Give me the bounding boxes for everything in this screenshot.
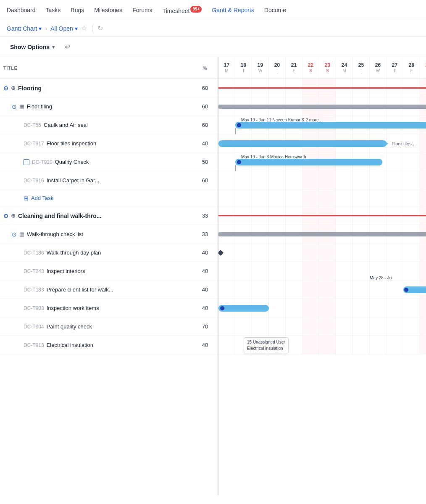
gantt-cell xyxy=(252,336,269,354)
add-task-button[interactable]: ⊞ Add Task xyxy=(0,190,218,207)
nav-bugs[interactable]: Bugs xyxy=(71,5,84,15)
row-percent: 60 xyxy=(192,122,218,128)
gantt-cell xyxy=(302,190,319,206)
gantt-cell xyxy=(319,153,336,171)
gantt-cell xyxy=(302,116,319,134)
gantt-cell xyxy=(387,281,403,299)
nav-documents[interactable]: Docume xyxy=(264,5,286,15)
task-name: Walk-through day plan xyxy=(47,249,101,256)
gantt-row xyxy=(218,97,426,116)
gantt-date-col: 25T xyxy=(353,57,370,79)
gantt-cell xyxy=(370,190,387,206)
task-group-icon: ▦ xyxy=(19,103,24,110)
nav-milestones[interactable]: Milestones xyxy=(94,5,122,15)
star-icon[interactable]: ☆ xyxy=(81,24,87,32)
gantt-cell xyxy=(286,318,302,336)
table-header: TITLE % xyxy=(0,57,218,79)
nav-tasks[interactable]: Tasks xyxy=(46,5,61,15)
gantt-cell xyxy=(336,225,353,243)
row-title-dc-t910: − DC-T910 Quality Check xyxy=(0,159,192,165)
gantt-cell xyxy=(218,116,235,134)
gantt-cell xyxy=(387,318,403,336)
gantt-cell xyxy=(252,116,269,134)
gantt-cell xyxy=(302,318,319,336)
gantt-cell xyxy=(269,225,286,243)
gantt-cell xyxy=(218,262,235,280)
gantt-date-col: 20T xyxy=(269,57,286,79)
gantt-cell xyxy=(286,281,302,299)
undo-button[interactable]: ↩ xyxy=(63,41,72,52)
gantt-cell xyxy=(252,134,269,152)
row-percent: 40 xyxy=(192,140,218,147)
gantt-cell xyxy=(420,116,426,134)
gantt-cell xyxy=(319,318,336,336)
gantt-row: May 19 - Jun 11 Naveen Kumar & 2 more.. xyxy=(218,116,426,134)
gantt-cell xyxy=(252,299,269,317)
breadcrumb-all-open[interactable]: All Open ▾ xyxy=(50,25,78,32)
task-name: Quality Check xyxy=(55,159,89,165)
gantt-cell xyxy=(403,171,420,189)
gantt-cell xyxy=(370,225,387,243)
gantt-cell xyxy=(319,190,336,206)
breadcrumb-divider xyxy=(92,25,92,32)
nav-timesheet[interactable]: Timesheet99+ xyxy=(163,4,202,16)
gantt-cell xyxy=(370,336,387,354)
gantt-cell xyxy=(403,225,420,243)
nav-forums[interactable]: Forums xyxy=(132,5,152,15)
gantt-cell xyxy=(252,318,269,336)
gantt-cell xyxy=(353,171,370,189)
gantt-row xyxy=(218,299,426,318)
gantt-cell xyxy=(218,207,235,225)
gantt-cell xyxy=(353,97,370,116)
gantt-cell xyxy=(269,244,286,262)
nav-dashboard[interactable]: Dashboard xyxy=(7,5,36,15)
gantt-cell xyxy=(336,318,353,336)
collapse-icon[interactable]: ⊙ xyxy=(12,103,17,110)
gantt-cell xyxy=(286,97,302,116)
gantt-cell xyxy=(420,299,426,317)
column-title: TITLE xyxy=(0,66,192,71)
row-title-floor-tiling: ⊙ ▦ Floor tiling xyxy=(0,103,192,110)
breadcrumb-gantt-chart[interactable]: Gantt Chart ▾ xyxy=(7,25,42,32)
row-title-dc-t186: DC-T186 Walk-through day plan xyxy=(0,249,192,256)
toolbar: Show Options ▾ ↩ xyxy=(0,37,426,57)
table-row: DC-T904 Paint quality check 70 xyxy=(0,318,218,336)
gantt-cell xyxy=(286,171,302,189)
gantt-cell xyxy=(353,207,370,225)
gantt-cell xyxy=(387,336,403,354)
gantt-cell xyxy=(403,318,420,336)
gantt-cell xyxy=(403,97,420,116)
task-name: Cleaning and final walk-thro... xyxy=(18,213,101,219)
gantt-cell xyxy=(286,190,302,206)
gantt-cell xyxy=(235,207,252,225)
row-title-dc-t917: DC-T917 Floor tiles inspection xyxy=(0,140,192,147)
nav-gantt[interactable]: Gantt & Reports xyxy=(212,5,254,15)
gantt-cell xyxy=(218,318,235,336)
gantt-cell xyxy=(302,134,319,152)
gantt-date-col: 21F xyxy=(286,57,302,79)
task-id: DC-T55 xyxy=(24,122,41,128)
gantt-cell xyxy=(319,207,336,225)
gantt-cell xyxy=(370,153,387,171)
collapse-icon[interactable]: ⊙ xyxy=(3,213,8,219)
gantt-cell xyxy=(420,262,426,280)
gantt-cell xyxy=(302,299,319,317)
gantt-cell xyxy=(235,97,252,116)
collapse-icon[interactable]: ⊙ xyxy=(12,231,17,238)
gantt-cell xyxy=(319,171,336,189)
gantt-cell xyxy=(218,97,235,116)
gantt-row xyxy=(218,171,426,190)
gantt-cell xyxy=(218,134,235,152)
show-options-button[interactable]: Show Options ▾ xyxy=(7,42,58,52)
gantt-cell xyxy=(218,336,235,354)
gantt-cell xyxy=(403,190,420,206)
gantt-date-col: 24M xyxy=(336,57,353,79)
gantt-cell xyxy=(353,190,370,206)
gantt-cell xyxy=(269,134,286,152)
gantt-cell xyxy=(269,116,286,134)
row-percent: 40 xyxy=(192,305,218,311)
gantt-cell xyxy=(319,116,336,134)
refresh-icon[interactable]: ↻ xyxy=(97,24,103,32)
collapse-icon[interactable]: ⊙ xyxy=(3,85,8,92)
gantt-cell xyxy=(420,207,426,225)
